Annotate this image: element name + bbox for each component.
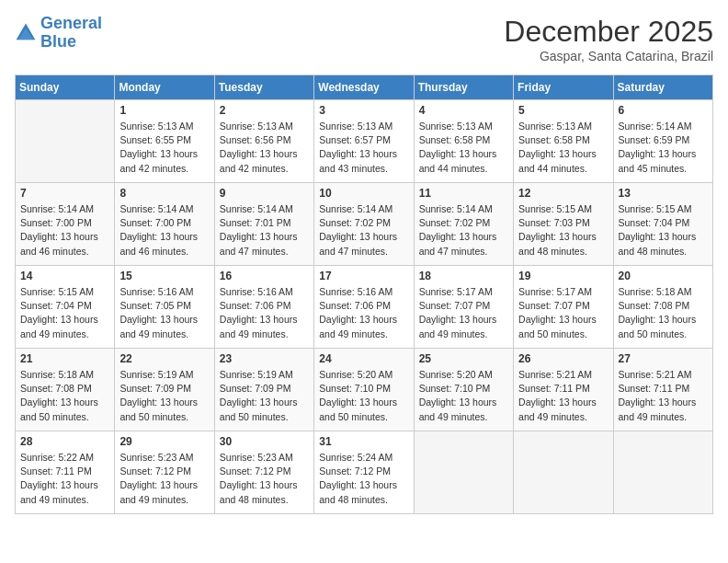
day-cell: 19Sunrise: 5:17 AM Sunset: 7:07 PM Dayli… <box>514 266 613 349</box>
week-row-2: 7Sunrise: 5:14 AM Sunset: 7:00 PM Daylig… <box>16 183 713 266</box>
day-info: Sunrise: 5:23 AM Sunset: 7:12 PM Dayligh… <box>220 451 309 507</box>
day-cell: 15Sunrise: 5:16 AM Sunset: 7:05 PM Dayli… <box>115 266 214 349</box>
day-number: 2 <box>220 104 309 117</box>
day-cell: 12Sunrise: 5:15 AM Sunset: 7:03 PM Dayli… <box>514 183 613 266</box>
col-header-saturday: Saturday <box>613 75 712 100</box>
day-number: 9 <box>220 187 309 200</box>
day-info: Sunrise: 5:23 AM Sunset: 7:12 PM Dayligh… <box>119 451 209 507</box>
day-info: Sunrise: 5:21 AM Sunset: 7:11 PM Dayligh… <box>518 368 608 424</box>
day-number: 16 <box>220 270 309 282</box>
day-cell <box>613 431 712 514</box>
day-info: Sunrise: 5:14 AM Sunset: 7:00 PM Dayligh… <box>20 202 109 259</box>
day-cell: 11Sunrise: 5:14 AM Sunset: 7:02 PM Dayli… <box>414 183 513 266</box>
day-info: Sunrise: 5:13 AM Sunset: 6:57 PM Dayligh… <box>319 120 408 176</box>
day-number: 15 <box>119 270 209 282</box>
day-info: Sunrise: 5:14 AM Sunset: 7:02 PM Dayligh… <box>319 202 408 259</box>
day-number: 19 <box>518 270 608 282</box>
day-info: Sunrise: 5:14 AM Sunset: 7:01 PM Dayligh… <box>220 202 309 259</box>
day-cell: 8Sunrise: 5:14 AM Sunset: 7:00 PM Daylig… <box>115 183 214 266</box>
day-cell: 26Sunrise: 5:21 AM Sunset: 7:11 PM Dayli… <box>514 349 613 431</box>
day-cell: 4Sunrise: 5:13 AM Sunset: 6:58 PM Daylig… <box>414 100 513 183</box>
day-info: Sunrise: 5:14 AM Sunset: 7:02 PM Dayligh… <box>419 202 508 259</box>
day-number: 3 <box>319 104 408 117</box>
calendar-table: SundayMondayTuesdayWednesdayThursdayFrid… <box>15 75 713 514</box>
col-header-monday: Monday <box>115 75 214 100</box>
day-number: 20 <box>619 270 708 282</box>
day-info: Sunrise: 5:21 AM Sunset: 7:11 PM Dayligh… <box>619 368 708 424</box>
month-title: December 2025 <box>504 15 713 49</box>
day-number: 31 <box>319 435 408 448</box>
day-number: 6 <box>619 104 708 117</box>
day-info: Sunrise: 5:19 AM Sunset: 7:09 PM Dayligh… <box>119 368 209 424</box>
day-cell: 1Sunrise: 5:13 AM Sunset: 6:55 PM Daylig… <box>115 100 214 183</box>
day-cell: 17Sunrise: 5:16 AM Sunset: 7:06 PM Dayli… <box>314 266 414 349</box>
day-number: 10 <box>319 187 408 200</box>
logo-icon <box>15 22 37 44</box>
day-info: Sunrise: 5:13 AM Sunset: 6:58 PM Dayligh… <box>518 120 608 176</box>
week-row-1: 1Sunrise: 5:13 AM Sunset: 6:55 PM Daylig… <box>16 100 713 183</box>
day-cell <box>514 431 613 514</box>
day-info: Sunrise: 5:22 AM Sunset: 7:11 PM Dayligh… <box>20 451 109 507</box>
day-number: 23 <box>220 352 309 365</box>
day-number: 26 <box>518 352 608 365</box>
logo-text: General Blue <box>40 15 102 52</box>
day-number: 22 <box>119 352 209 365</box>
day-number: 27 <box>619 352 708 365</box>
day-number: 1 <box>119 104 209 117</box>
day-cell: 20Sunrise: 5:18 AM Sunset: 7:08 PM Dayli… <box>613 266 712 349</box>
col-header-wednesday: Wednesday <box>314 75 414 100</box>
day-number: 12 <box>518 187 608 200</box>
day-number: 13 <box>619 187 708 200</box>
day-number: 17 <box>319 270 408 282</box>
day-cell: 16Sunrise: 5:16 AM Sunset: 7:06 PM Dayli… <box>214 266 313 349</box>
day-cell: 14Sunrise: 5:15 AM Sunset: 7:04 PM Dayli… <box>16 266 115 349</box>
header-row: SundayMondayTuesdayWednesdayThursdayFrid… <box>16 75 713 100</box>
day-cell: 10Sunrise: 5:14 AM Sunset: 7:02 PM Dayli… <box>314 183 414 266</box>
day-cell: 23Sunrise: 5:19 AM Sunset: 7:09 PM Dayli… <box>214 349 313 431</box>
day-info: Sunrise: 5:17 AM Sunset: 7:07 PM Dayligh… <box>419 285 508 341</box>
day-number: 30 <box>220 435 309 448</box>
day-cell: 6Sunrise: 5:14 AM Sunset: 6:59 PM Daylig… <box>613 100 712 183</box>
day-number: 25 <box>419 352 508 365</box>
day-info: Sunrise: 5:13 AM Sunset: 6:58 PM Dayligh… <box>419 120 508 176</box>
day-number: 4 <box>419 104 508 117</box>
day-cell: 25Sunrise: 5:20 AM Sunset: 7:10 PM Dayli… <box>414 349 513 431</box>
day-info: Sunrise: 5:16 AM Sunset: 7:05 PM Dayligh… <box>119 285 209 341</box>
day-info: Sunrise: 5:15 AM Sunset: 7:03 PM Dayligh… <box>518 202 608 259</box>
day-cell: 7Sunrise: 5:14 AM Sunset: 7:00 PM Daylig… <box>16 183 115 266</box>
day-cell: 22Sunrise: 5:19 AM Sunset: 7:09 PM Dayli… <box>115 349 214 431</box>
day-info: Sunrise: 5:17 AM Sunset: 7:07 PM Dayligh… <box>518 285 608 341</box>
day-info: Sunrise: 5:13 AM Sunset: 6:55 PM Dayligh… <box>119 120 209 176</box>
day-number: 24 <box>319 352 408 365</box>
page-header: General Blue December 2025 Gaspar, Santa… <box>15 15 713 63</box>
day-number: 21 <box>20 352 109 365</box>
day-number: 5 <box>518 104 608 117</box>
day-cell: 13Sunrise: 5:15 AM Sunset: 7:04 PM Dayli… <box>613 183 712 266</box>
title-block: December 2025 Gaspar, Santa Catarina, Br… <box>504 15 713 63</box>
day-cell: 2Sunrise: 5:13 AM Sunset: 6:56 PM Daylig… <box>214 100 313 183</box>
day-cell: 31Sunrise: 5:24 AM Sunset: 7:12 PM Dayli… <box>314 431 414 514</box>
col-header-friday: Friday <box>514 75 613 100</box>
day-info: Sunrise: 5:20 AM Sunset: 7:10 PM Dayligh… <box>419 368 508 424</box>
day-info: Sunrise: 5:24 AM Sunset: 7:12 PM Dayligh… <box>319 451 408 507</box>
day-cell: 5Sunrise: 5:13 AM Sunset: 6:58 PM Daylig… <box>514 100 613 183</box>
col-header-sunday: Sunday <box>16 75 115 100</box>
location: Gaspar, Santa Catarina, Brazil <box>504 49 713 63</box>
week-row-4: 21Sunrise: 5:18 AM Sunset: 7:08 PM Dayli… <box>16 349 713 431</box>
col-header-tuesday: Tuesday <box>214 75 313 100</box>
day-cell: 21Sunrise: 5:18 AM Sunset: 7:08 PM Dayli… <box>16 349 115 431</box>
week-row-5: 28Sunrise: 5:22 AM Sunset: 7:11 PM Dayli… <box>16 431 713 514</box>
day-cell: 24Sunrise: 5:20 AM Sunset: 7:10 PM Dayli… <box>314 349 414 431</box>
day-cell <box>16 100 115 183</box>
day-info: Sunrise: 5:18 AM Sunset: 7:08 PM Dayligh… <box>619 285 708 341</box>
day-info: Sunrise: 5:14 AM Sunset: 6:59 PM Dayligh… <box>619 120 708 176</box>
day-cell: 30Sunrise: 5:23 AM Sunset: 7:12 PM Dayli… <box>214 431 313 514</box>
day-cell: 9Sunrise: 5:14 AM Sunset: 7:01 PM Daylig… <box>214 183 313 266</box>
week-row-3: 14Sunrise: 5:15 AM Sunset: 7:04 PM Dayli… <box>16 266 713 349</box>
day-cell: 29Sunrise: 5:23 AM Sunset: 7:12 PM Dayli… <box>115 431 214 514</box>
day-info: Sunrise: 5:15 AM Sunset: 7:04 PM Dayligh… <box>20 285 109 341</box>
day-number: 7 <box>20 187 109 200</box>
day-number: 29 <box>119 435 209 448</box>
day-cell: 27Sunrise: 5:21 AM Sunset: 7:11 PM Dayli… <box>613 349 712 431</box>
day-info: Sunrise: 5:16 AM Sunset: 7:06 PM Dayligh… <box>319 285 408 341</box>
